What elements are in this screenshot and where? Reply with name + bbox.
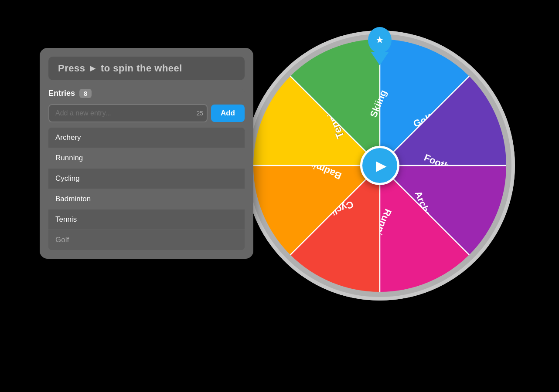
entries-count: 8 xyxy=(79,89,92,98)
add-entry-row: 25 Add xyxy=(48,104,245,122)
list-item[interactable]: Archery xyxy=(48,128,245,148)
entries-section: Entries 8 25 Add Archery Running Cycling… xyxy=(48,89,245,250)
wheel-area: ★ Golf Football Archery xyxy=(240,26,519,305)
pointer-star-icon: ★ xyxy=(375,34,384,46)
add-entry-wrapper: 25 xyxy=(48,104,208,122)
wheel-center-button[interactable]: ▶ xyxy=(360,146,399,185)
list-item[interactable]: Badminton xyxy=(48,189,245,210)
list-item[interactable]: Golf xyxy=(48,230,245,250)
entries-label: Entries xyxy=(48,89,75,98)
pointer-tip xyxy=(371,52,389,65)
list-item[interactable]: Tennis xyxy=(48,210,245,230)
spin-button[interactable]: Press ► to spin the wheel xyxy=(48,57,245,80)
list-item[interactable]: Running xyxy=(48,148,245,169)
add-button[interactable]: Add xyxy=(211,105,245,122)
pointer-body: ★ xyxy=(368,27,392,53)
wheel-pointer: ★ xyxy=(368,27,392,65)
entries-list-wrapper: Archery Running Cycling Badminton Tennis… xyxy=(48,128,245,250)
main-container: Press ► to spin the wheel Entries 8 25 A… xyxy=(40,26,519,366)
entries-header: Entries 8 xyxy=(48,89,245,98)
add-entry-input[interactable] xyxy=(48,104,208,122)
play-icon: ▶ xyxy=(376,157,387,174)
spin-button-text: Press ► to spin the wheel xyxy=(58,63,182,74)
list-item[interactable]: Cycling xyxy=(48,169,245,189)
left-panel: Press ► to spin the wheel Entries 8 25 A… xyxy=(40,48,253,259)
wheel-outer: ★ Golf Football Archery xyxy=(245,30,515,301)
entries-list[interactable]: Archery Running Cycling Badminton Tennis… xyxy=(48,128,245,250)
